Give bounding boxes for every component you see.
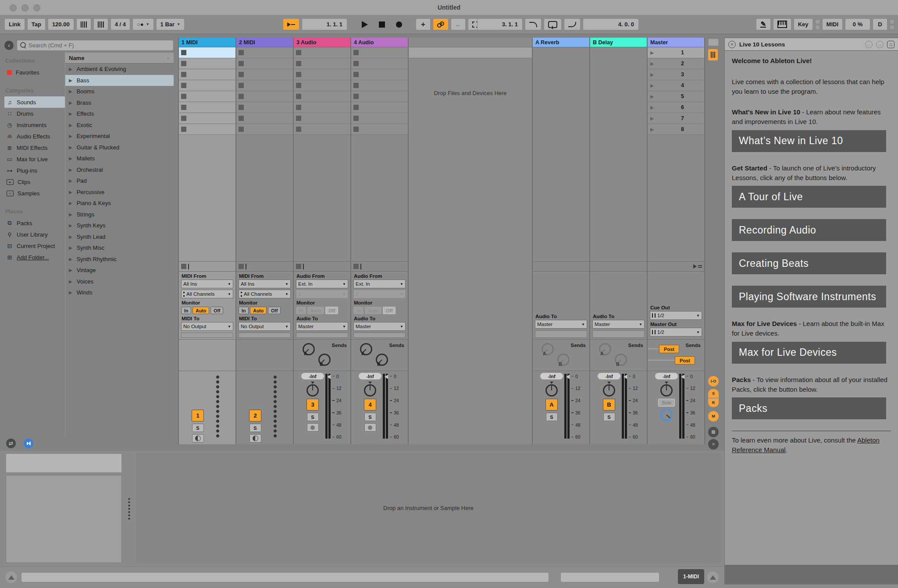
monitor-in-button[interactable]: In [353,307,363,314]
list-item[interactable]: ▶ Mallets [65,153,174,164]
expand-triangle-icon[interactable]: ▶ [69,201,72,205]
browser-search[interactable] [17,40,174,51]
back-to-arrangement-button[interactable] [693,264,702,269]
scene-row[interactable]: ▶ 5 [648,91,704,102]
computer-midi-keyboard-button[interactable] [773,18,791,30]
master-out-select[interactable]: 1/2▼ [650,328,702,337]
clip-slot[interactable] [294,102,350,113]
list-item[interactable]: ▶ Percussive [65,187,174,198]
solo-button[interactable]: S [364,413,376,421]
expand-triangle-icon[interactable]: ▶ [69,123,72,128]
solo-button[interactable]: S [546,413,558,421]
follow-button[interactable] [283,18,299,30]
clip-slot[interactable] [351,69,408,80]
clip-slot[interactable] [351,113,408,124]
return-activator[interactable]: A [545,399,558,411]
io-section-toggle[interactable]: I-O [708,376,719,386]
track-header[interactable]: B Delay [590,38,647,47]
volume-field[interactable]: -Inf [540,373,563,379]
show-info-toggle[interactable] [5,571,17,583]
clip-stop-button[interactable] [296,116,301,121]
clip-stop-button[interactable] [353,83,359,88]
tempo-field[interactable]: 120.00 [48,18,74,30]
window-controls[interactable] [10,4,40,11]
clip-slot[interactable] [351,58,408,69]
clip-slot[interactable] [351,102,408,113]
volume-field[interactable]: -Inf [598,373,620,379]
sidebar-item-add-folder[interactable]: ⊞Add Folder... [4,251,65,263]
show-detail-toggle[interactable] [707,571,719,583]
clip-stop-button[interactable] [353,116,359,121]
track-activator[interactable]: 1 [192,410,204,422]
clip-stop-button[interactable] [296,127,301,132]
expand-triangle-icon[interactable]: ▶ [69,89,72,94]
detail-drag-handle[interactable] [122,451,136,567]
solo-button[interactable]: S [249,424,261,432]
mixer-section-toggle[interactable]: M [708,411,719,422]
track-header[interactable]: Master [648,38,704,47]
expand-triangle-icon[interactable]: ▶ [69,145,72,150]
zoom-window-icon[interactable] [33,4,40,11]
list-item[interactable]: ▶ Exotic [65,120,174,131]
send-b-knob[interactable]: B [318,354,331,366]
clip-slot[interactable] [179,91,235,102]
cue-out-select[interactable]: 1/2▼ [650,311,702,320]
track-activator[interactable]: 3 [306,399,319,411]
clip-slot[interactable] [294,47,350,58]
list-item[interactable]: ▶ Experimental [65,131,174,142]
clip-stop-button[interactable] [353,50,359,55]
stop-clips-button[interactable] [181,264,186,269]
midi-to-select[interactable]: No Output▼ [181,322,233,331]
session-drop-area[interactable]: Drop Files and Devices Here [408,38,532,444]
punch-out-button[interactable] [564,18,581,30]
send-b-post-button[interactable]: Post [675,356,695,365]
stop-clips-button[interactable] [239,264,244,269]
pan-knob[interactable] [306,382,319,397]
metronome-button[interactable]: ○●▼ [132,18,154,30]
sidebar-item-plug-ins[interactable]: ⊶Plug-ins [4,165,65,176]
nudge-up-button[interactable] [93,18,108,30]
send-a-knob[interactable]: A [360,343,372,355]
midi-channel-select[interactable]: All Channels▼ [239,290,291,298]
search-input[interactable] [17,40,174,51]
track-stop-row[interactable] [236,261,293,272]
volume-field[interactable]: -Inf [301,373,324,379]
list-item[interactable]: ▶ Synth Lead [65,231,174,243]
clip-stop-button[interactable] [181,83,186,88]
clip-slot[interactable] [179,124,235,135]
list-item[interactable]: ▶ Ambient & Evolving [65,64,174,75]
back-arrow-icon[interactable]: ← [865,41,873,48]
clip-stop-button[interactable] [296,94,301,99]
link-button[interactable]: Link [4,18,25,30]
track-stop-row[interactable] [294,261,350,272]
audio-to-select[interactable]: Master▼ [592,320,645,329]
monitor-off-button[interactable]: Off [325,307,338,314]
max-for-live-button[interactable]: Max for Live Devices [732,342,886,364]
clip-stop-button[interactable] [353,127,359,132]
send-a-knob[interactable]: A [303,343,315,355]
clip-slot[interactable] [294,80,350,91]
scene-row[interactable]: ▶ 4 [648,80,704,91]
track-activator[interactable]: 2 [249,410,261,422]
scene-play-icon[interactable]: ▶ [650,72,654,78]
list-item[interactable]: ▶ Effects [65,108,174,120]
sidebar-item-instruments[interactable]: ◷Instruments [4,119,65,131]
clip-stop-button[interactable] [239,105,244,110]
sidebar-item-audio-effects[interactable]: ıllıAudio Effects [4,131,65,142]
arm-button[interactable] [307,423,319,432]
master-stop-row[interactable] [648,261,704,272]
clip-stop-button[interactable] [353,61,359,66]
pan-knob[interactable] [660,382,673,397]
clip-slot[interactable] [351,47,408,58]
list-item[interactable]: ▶ Pad [65,175,174,187]
re-enable-automation-button[interactable]: ← [451,18,466,30]
clip-stop-button[interactable] [239,72,244,77]
clip-stop-button[interactable] [239,127,244,132]
clip-stop-button[interactable] [353,94,359,99]
send-a-post-button[interactable]: Post [659,345,679,353]
expand-triangle-icon[interactable]: ▶ [69,156,72,161]
audio-to-select[interactable]: Master▼ [535,320,587,329]
clip-slot[interactable] [351,91,408,102]
home-icon[interactable]: ⌂ [887,41,894,48]
scene-play-icon[interactable]: ▶ [650,94,654,99]
